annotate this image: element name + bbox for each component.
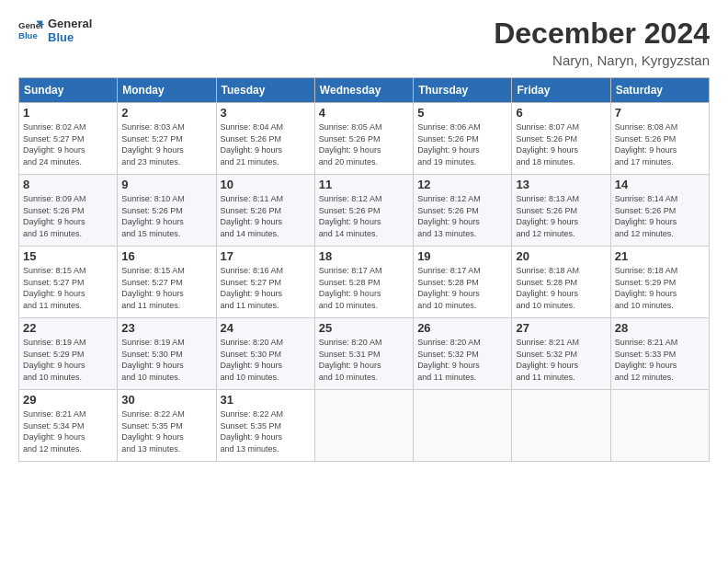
cell-info: Sunrise: 8:22 AM Sunset: 5:35 PM Dayligh… (121, 408, 211, 454)
cell-info: Sunrise: 8:21 AM Sunset: 5:32 PM Dayligh… (516, 337, 606, 383)
cell-info: Sunrise: 8:17 AM Sunset: 5:28 PM Dayligh… (417, 265, 507, 311)
cell-info: Sunrise: 8:19 AM Sunset: 5:30 PM Dayligh… (121, 337, 211, 383)
cell-info: Sunrise: 8:15 AM Sunset: 5:27 PM Dayligh… (121, 265, 211, 311)
cell-info: Sunrise: 8:02 AM Sunset: 5:27 PM Dayligh… (23, 121, 113, 167)
calendar-cell (512, 390, 610, 462)
calendar-cell: 14Sunrise: 8:14 AM Sunset: 5:26 PM Dayli… (610, 175, 709, 247)
day-number: 4 (319, 106, 409, 120)
calendar-cell (414, 390, 512, 462)
calendar-cell: 8Sunrise: 8:09 AM Sunset: 5:26 PM Daylig… (19, 175, 118, 247)
calendar-cell: 16Sunrise: 8:15 AM Sunset: 5:27 PM Dayli… (118, 247, 216, 318)
day-number: 8 (23, 178, 113, 191)
calendar-cell: 9Sunrise: 8:10 AM Sunset: 5:26 PM Daylig… (118, 175, 216, 247)
calendar-week-row: 15Sunrise: 8:15 AM Sunset: 5:27 PM Dayli… (19, 247, 710, 318)
calendar-cell: 21Sunrise: 8:18 AM Sunset: 5:29 PM Dayli… (610, 247, 709, 318)
calendar-cell: 6Sunrise: 8:07 AM Sunset: 5:26 PM Daylig… (512, 103, 610, 175)
logo-icon: General Blue (18, 17, 44, 43)
calendar-cell: 31Sunrise: 8:22 AM Sunset: 5:35 PM Dayli… (216, 390, 314, 462)
logo-line1: General (48, 17, 92, 30)
weekday-header: Sunday (19, 78, 118, 103)
cell-info: Sunrise: 8:14 AM Sunset: 5:26 PM Dayligh… (615, 193, 705, 239)
cell-info: Sunrise: 8:17 AM Sunset: 5:28 PM Dayligh… (319, 265, 409, 311)
calendar-cell: 24Sunrise: 8:20 AM Sunset: 5:30 PM Dayli… (216, 318, 314, 390)
cell-info: Sunrise: 8:06 AM Sunset: 5:26 PM Dayligh… (417, 121, 507, 167)
calendar-cell: 3Sunrise: 8:04 AM Sunset: 5:26 PM Daylig… (216, 103, 314, 175)
calendar-header-row: SundayMondayTuesdayWednesdayThursdayFrid… (19, 78, 710, 103)
calendar-cell: 19Sunrise: 8:17 AM Sunset: 5:28 PM Dayli… (414, 247, 512, 318)
day-number: 12 (417, 178, 507, 191)
calendar-table: SundayMondayTuesdayWednesdayThursdayFrid… (18, 77, 710, 462)
day-number: 9 (121, 178, 211, 191)
day-number: 1 (23, 106, 113, 120)
calendar-cell: 5Sunrise: 8:06 AM Sunset: 5:26 PM Daylig… (414, 103, 512, 175)
calendar-cell: 2Sunrise: 8:03 AM Sunset: 5:27 PM Daylig… (118, 103, 216, 175)
cell-info: Sunrise: 8:20 AM Sunset: 5:31 PM Dayligh… (319, 337, 409, 383)
cell-info: Sunrise: 8:03 AM Sunset: 5:27 PM Dayligh… (121, 121, 211, 167)
day-number: 10 (221, 178, 311, 191)
calendar-week-row: 29Sunrise: 8:21 AM Sunset: 5:34 PM Dayli… (19, 390, 710, 462)
calendar-week-row: 8Sunrise: 8:09 AM Sunset: 5:26 PM Daylig… (19, 175, 710, 247)
day-number: 13 (516, 178, 606, 191)
day-number: 28 (615, 321, 705, 335)
calendar-cell: 23Sunrise: 8:19 AM Sunset: 5:30 PM Dayli… (118, 318, 216, 390)
calendar-cell: 11Sunrise: 8:12 AM Sunset: 5:26 PM Dayli… (314, 175, 413, 247)
calendar-cell: 20Sunrise: 8:18 AM Sunset: 5:28 PM Dayli… (512, 247, 610, 318)
cell-info: Sunrise: 8:11 AM Sunset: 5:26 PM Dayligh… (221, 193, 311, 239)
cell-info: Sunrise: 8:20 AM Sunset: 5:30 PM Dayligh… (221, 337, 311, 383)
calendar-cell (610, 390, 709, 462)
location-title: Naryn, Naryn, Kyrgyzstan (494, 52, 710, 68)
calendar-cell: 10Sunrise: 8:11 AM Sunset: 5:26 PM Dayli… (216, 175, 314, 247)
day-number: 5 (417, 106, 507, 120)
calendar-cell: 29Sunrise: 8:21 AM Sunset: 5:34 PM Dayli… (19, 390, 118, 462)
day-number: 21 (615, 249, 705, 263)
day-number: 29 (23, 393, 113, 407)
calendar-cell: 18Sunrise: 8:17 AM Sunset: 5:28 PM Dayli… (314, 247, 413, 318)
calendar-body: 1Sunrise: 8:02 AM Sunset: 5:27 PM Daylig… (19, 103, 710, 462)
day-number: 15 (23, 249, 113, 263)
calendar-cell: 30Sunrise: 8:22 AM Sunset: 5:35 PM Dayli… (118, 390, 216, 462)
calendar-cell: 22Sunrise: 8:19 AM Sunset: 5:29 PM Dayli… (19, 318, 118, 390)
cell-info: Sunrise: 8:10 AM Sunset: 5:26 PM Dayligh… (121, 193, 211, 239)
day-number: 25 (319, 321, 409, 335)
day-number: 26 (417, 321, 507, 335)
cell-info: Sunrise: 8:12 AM Sunset: 5:26 PM Dayligh… (417, 193, 507, 239)
weekday-header: Monday (118, 78, 216, 103)
calendar-cell: 28Sunrise: 8:21 AM Sunset: 5:33 PM Dayli… (610, 318, 709, 390)
logo-line2: Blue (48, 30, 92, 44)
calendar-cell: 25Sunrise: 8:20 AM Sunset: 5:31 PM Dayli… (314, 318, 413, 390)
day-number: 24 (221, 321, 311, 335)
cell-info: Sunrise: 8:13 AM Sunset: 5:26 PM Dayligh… (516, 193, 606, 239)
cell-info: Sunrise: 8:18 AM Sunset: 5:29 PM Dayligh… (615, 265, 705, 311)
cell-info: Sunrise: 8:21 AM Sunset: 5:33 PM Dayligh… (615, 337, 705, 383)
day-number: 17 (221, 249, 311, 263)
cell-info: Sunrise: 8:22 AM Sunset: 5:35 PM Dayligh… (221, 408, 311, 454)
header: General Blue General Blue December 2024 … (18, 17, 710, 68)
calendar-cell: 12Sunrise: 8:12 AM Sunset: 5:26 PM Dayli… (414, 175, 512, 247)
logo: General Blue General Blue (18, 17, 92, 44)
weekday-header: Saturday (610, 78, 709, 103)
cell-info: Sunrise: 8:07 AM Sunset: 5:26 PM Dayligh… (516, 121, 606, 167)
day-number: 20 (516, 249, 606, 263)
calendar-cell: 4Sunrise: 8:05 AM Sunset: 5:26 PM Daylig… (314, 103, 413, 175)
cell-info: Sunrise: 8:09 AM Sunset: 5:26 PM Dayligh… (23, 193, 113, 239)
svg-text:Blue: Blue (18, 30, 38, 40)
calendar-cell: 26Sunrise: 8:20 AM Sunset: 5:32 PM Dayli… (414, 318, 512, 390)
title-block: December 2024 Naryn, Naryn, Kyrgyzstan (494, 17, 710, 68)
calendar-cell: 15Sunrise: 8:15 AM Sunset: 5:27 PM Dayli… (19, 247, 118, 318)
day-number: 3 (221, 106, 311, 120)
day-number: 18 (319, 249, 409, 263)
cell-info: Sunrise: 8:19 AM Sunset: 5:29 PM Dayligh… (23, 337, 113, 383)
day-number: 2 (121, 106, 211, 120)
calendar-week-row: 22Sunrise: 8:19 AM Sunset: 5:29 PM Dayli… (19, 318, 710, 390)
day-number: 31 (221, 393, 311, 407)
day-number: 11 (319, 178, 409, 191)
cell-info: Sunrise: 8:18 AM Sunset: 5:28 PM Dayligh… (516, 265, 606, 311)
calendar-cell (314, 390, 413, 462)
day-number: 14 (615, 178, 705, 191)
day-number: 19 (417, 249, 507, 263)
day-number: 7 (615, 106, 705, 120)
page-container: General Blue General Blue December 2024 … (0, 0, 728, 473)
cell-info: Sunrise: 8:16 AM Sunset: 5:27 PM Dayligh… (221, 265, 311, 311)
day-number: 27 (516, 321, 606, 335)
cell-info: Sunrise: 8:20 AM Sunset: 5:32 PM Dayligh… (417, 337, 507, 383)
